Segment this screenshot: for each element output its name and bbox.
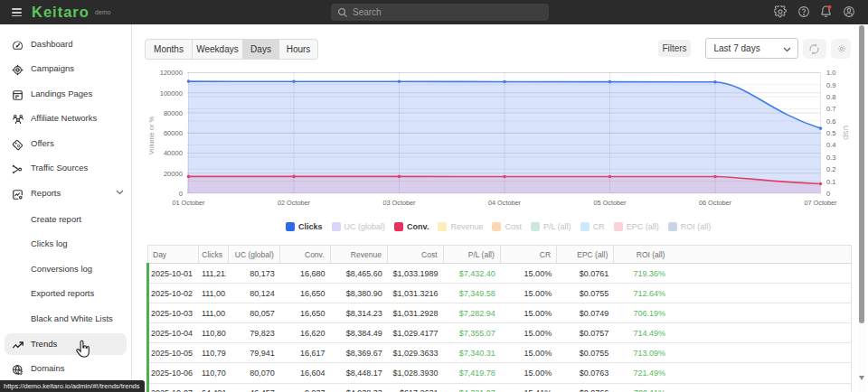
svg-text:07 October: 07 October <box>804 199 837 207</box>
svg-text:06 October: 06 October <box>699 199 732 207</box>
svg-text:100000: 100000 <box>160 89 183 98</box>
svg-text:01 October: 01 October <box>172 199 205 207</box>
svg-text:20000: 20000 <box>164 170 183 178</box>
svg-text:0.4: 0.4 <box>826 141 836 149</box>
svg-text:04 October: 04 October <box>488 199 522 207</box>
svg-text:0.9: 0.9 <box>826 81 836 89</box>
svg-text:02 October: 02 October <box>278 199 311 207</box>
svg-text:05 October: 05 October <box>593 199 627 207</box>
svg-text:0.8: 0.8 <box>826 93 836 101</box>
svg-text:0.3: 0.3 <box>826 154 836 162</box>
svg-text:1.0: 1.0 <box>826 69 836 77</box>
svg-text:0: 0 <box>826 190 830 198</box>
svg-text:0.2: 0.2 <box>826 165 836 173</box>
svg-text:40000: 40000 <box>164 149 183 157</box>
svg-text:0.5: 0.5 <box>826 129 836 137</box>
svg-text:03 October: 03 October <box>382 199 416 207</box>
svg-text:60000: 60000 <box>164 129 183 137</box>
svg-text:0.7: 0.7 <box>826 105 836 113</box>
svg-text:0.6: 0.6 <box>826 117 836 126</box>
svg-text:Volume or %: Volume or % <box>147 116 156 154</box>
svg-text:120000: 120000 <box>160 69 183 77</box>
svg-text:80000: 80000 <box>164 109 183 117</box>
svg-text:0: 0 <box>179 190 183 198</box>
svg-text:0.1: 0.1 <box>826 178 836 186</box>
svg-text:USD: USD <box>842 126 850 140</box>
